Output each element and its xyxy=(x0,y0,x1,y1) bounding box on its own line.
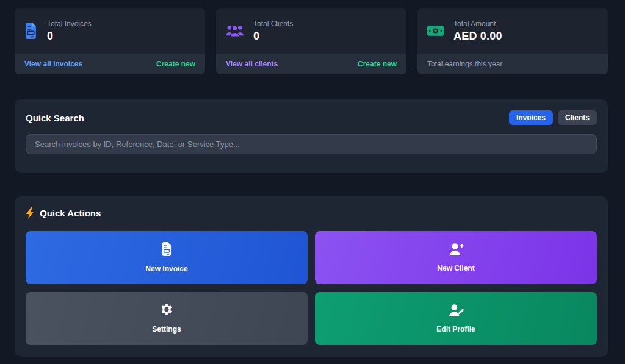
action-label: New Client xyxy=(437,264,474,273)
action-label: New Invoice xyxy=(145,265,187,273)
money-icon xyxy=(427,26,444,36)
action-label: Settings xyxy=(152,325,181,334)
search-mode-toggle: Invoices Clients xyxy=(509,110,597,125)
quick-search-panel: Quick Search Invoices Clients xyxy=(15,99,608,173)
stat-card-total-clients: Total Clients 0 View all clients Create … xyxy=(216,8,406,74)
tab-clients[interactable]: Clients xyxy=(558,110,597,125)
quick-search-title: Quick Search xyxy=(26,113,84,123)
stat-label: Total Amount xyxy=(453,20,502,28)
earnings-note: Total earnings this year xyxy=(427,60,502,68)
quick-actions-title: Quick Actions xyxy=(40,208,101,218)
action-label: Edit Profile xyxy=(436,325,475,334)
create-new-invoice-link[interactable]: Create new xyxy=(156,60,195,68)
quick-actions-panel: Quick Actions New Invoice xyxy=(15,196,608,357)
new-client-button[interactable]: New Client xyxy=(315,231,597,284)
stat-card-footer: View all clients Create new xyxy=(216,54,406,74)
invoice-icon xyxy=(161,242,172,256)
edit-profile-button[interactable]: Edit Profile xyxy=(315,292,597,345)
stat-card-total-invoices: Total Invoices 0 View all invoices Creat… xyxy=(15,8,205,74)
stat-label: Total Clients xyxy=(253,20,293,28)
tab-invoices[interactable]: Invoices xyxy=(509,110,553,125)
quick-actions-grid: New Invoice New Client xyxy=(26,231,597,345)
users-icon xyxy=(226,24,244,37)
invoice-icon xyxy=(24,23,37,39)
create-new-client-link[interactable]: Create new xyxy=(358,60,397,68)
user-plus-icon xyxy=(449,243,464,255)
quick-search-header: Quick Search Invoices Clients xyxy=(26,110,597,125)
stat-text: Total Clients 0 xyxy=(253,20,293,43)
stat-card-body: Total Invoices 0 xyxy=(15,8,205,54)
settings-button[interactable]: Settings xyxy=(26,292,308,345)
quick-actions-header: Quick Actions xyxy=(26,207,597,219)
view-all-clients-link[interactable]: View all clients xyxy=(226,60,278,68)
lightning-bolt-icon xyxy=(26,207,34,219)
new-invoice-button[interactable]: New Invoice xyxy=(26,231,308,284)
stat-card-body: Total Clients 0 xyxy=(216,8,406,54)
stat-card-body: Total Amount AED 0.00 xyxy=(417,8,608,54)
stat-value: AED 0.00 xyxy=(453,30,502,43)
search-input[interactable] xyxy=(26,134,597,154)
stat-card-footer: View all invoices Create new xyxy=(15,54,205,74)
gear-icon xyxy=(160,304,173,316)
stats-row: Total Invoices 0 View all invoices Creat… xyxy=(15,8,608,74)
user-edit-icon xyxy=(449,304,464,316)
stat-value: 0 xyxy=(47,30,92,43)
stat-label: Total Invoices xyxy=(47,20,92,28)
stat-value: 0 xyxy=(253,30,293,43)
view-all-invoices-link[interactable]: View all invoices xyxy=(24,60,82,68)
stat-card-total-amount: Total Amount AED 0.00 Total earnings thi… xyxy=(417,8,608,74)
stat-text: Total Invoices 0 xyxy=(47,20,92,43)
stat-text: Total Amount AED 0.00 xyxy=(453,20,502,43)
stat-card-footer: Total earnings this year xyxy=(417,54,608,74)
